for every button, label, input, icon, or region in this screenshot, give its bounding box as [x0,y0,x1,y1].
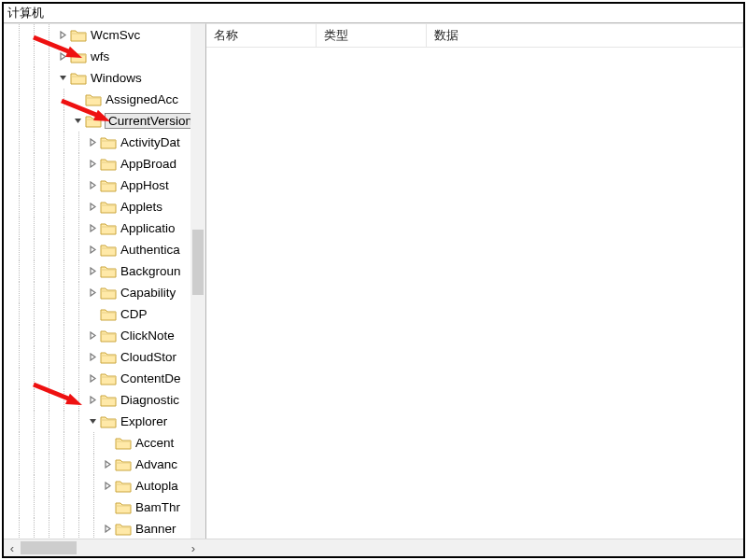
tree-item[interactable]: AppBroad [4,153,205,175]
chevron-right-icon[interactable] [86,158,99,171]
folder-icon [100,393,117,408]
tree-item-label: Banner [135,522,176,536]
folder-icon [100,371,117,386]
tree-item[interactable]: CurrentVersion [4,110,205,132]
tree-item-label: wfs [91,49,109,63]
chevron-right-icon[interactable] [86,372,99,385]
chevron-right-icon[interactable] [86,179,99,192]
values-pane[interactable]: 名称 类型 数据 [206,23,743,539]
chevron-right-icon[interactable] [86,265,99,278]
chevron-right-icon[interactable] [101,458,114,471]
tree-item[interactable]: ContentDe [4,368,205,389]
folder-icon [115,500,132,515]
tree-item[interactable]: Autopla [4,475,205,497]
folder-icon [115,522,132,537]
folder-icon [100,286,117,301]
tree-item-label: Applets [120,200,162,214]
tree-pane[interactable]: WcmSvcwfsWindowsAssignedAccCurrentVersio… [4,23,206,539]
tree-item[interactable]: ClickNote [4,325,205,346]
folder-icon [100,178,117,193]
folder-icon [100,243,117,258]
tree-item[interactable]: Capability [4,282,205,303]
folder-icon [100,221,117,236]
tree-item[interactable]: CDP [4,303,205,325]
tree-item[interactable]: Explorer [4,411,205,432]
chevron-right-icon[interactable] [86,136,99,149]
window-frame: 计算机 WcmSvcwfsWindowsAssignedAccCurrentVe… [2,2,745,558]
tree-item-label: CurrentVersion [105,113,196,129]
folder-icon [100,157,117,172]
tree-item-label: CloudStor [120,350,176,364]
chevron-right-icon[interactable] [86,244,99,257]
tree-item[interactable]: Advanc [4,454,205,475]
chevron-down-icon[interactable] [71,115,84,128]
tree-item-label: BamThr [135,500,180,514]
tree-item[interactable]: Banner [4,518,205,539]
folder-icon [100,307,117,322]
folder-icon [100,264,117,279]
column-header-type[interactable]: 类型 [317,24,427,47]
tree-vertical-scrollbar[interactable] [190,24,205,539]
tree-item-label: WcmSvc [91,28,140,42]
tree-item[interactable]: Applicatio [4,217,205,239]
address-text: 计算机 [7,6,44,20]
tree-item[interactable]: Diagnostic [4,389,205,411]
chevron-right-icon[interactable] [101,480,114,493]
tree-item[interactable]: wfs [4,46,205,67]
tree-item[interactable]: AppHost [4,175,205,196]
tree-item[interactable]: Windows [4,67,205,89]
chevron-right-icon[interactable] [86,394,99,407]
body-area: WcmSvcwfsWindowsAssignedAccCurrentVersio… [4,23,743,556]
folder-icon [70,71,87,86]
tree-item-label: AppHost [120,178,169,192]
chevron-right-icon[interactable] [86,222,99,235]
folder-icon [100,329,117,343]
tree-vertical-scroll-thumb[interactable] [192,230,204,295]
column-header-name[interactable]: 名称 [206,24,317,47]
hscroll-left-arrow-icon[interactable]: ‹ [4,539,21,556]
column-header-data[interactable]: 数据 [427,24,743,47]
folder-icon [115,457,132,472]
expander-placeholder [86,308,99,321]
hscroll-right-arrow-icon[interactable]: › [185,539,202,556]
chevron-right-icon[interactable] [86,201,99,214]
column-headers: 名称 类型 数据 [206,24,743,48]
tree-root: WcmSvcwfsWindowsAssignedAccCurrentVersio… [4,24,205,539]
expander-placeholder [101,501,114,514]
tree-horizontal-scroll-thumb[interactable] [21,541,77,554]
tree-item-label: Capability [120,286,176,300]
tree-item[interactable]: BamThr [4,497,205,518]
chevron-right-icon[interactable] [86,329,99,343]
tree-item[interactable]: WcmSvc [4,24,205,46]
tree-item-label: Autopla [135,479,178,493]
tree-item[interactable]: Authentica [4,239,205,260]
tree-item-label: AppBroad [120,157,176,171]
chevron-down-icon[interactable] [86,415,99,428]
tree-item-label: AssignedAcc [106,92,178,106]
expander-placeholder [101,437,114,450]
folder-icon [100,414,117,429]
tree-item[interactable]: Applets [4,196,205,217]
tree-item[interactable]: AssignedAcc [4,89,205,110]
folder-icon [100,350,117,365]
tree-item[interactable]: Accent [4,432,205,454]
tree-item-label: Authentica [120,243,180,257]
chevron-right-icon[interactable] [101,523,114,536]
tree-horizontal-scrollbar[interactable]: ‹ › [4,539,743,556]
tree-item-label: Windows [91,71,142,85]
chevron-right-icon[interactable] [56,50,69,63]
chevron-down-icon[interactable] [56,72,69,85]
address-bar: 计算机 [4,4,743,23]
chevron-right-icon[interactable] [86,287,99,300]
folder-icon [70,49,87,64]
chevron-right-icon[interactable] [56,29,69,42]
tree-item-label: Accent [135,436,174,450]
chevron-right-icon[interactable] [86,351,99,364]
tree-item[interactable]: CloudStor [4,346,205,368]
tree-item[interactable]: ActivityDat [4,132,205,153]
tree-item-label: ActivityDat [120,135,180,149]
folder-icon [100,135,117,150]
tree-item[interactable]: Backgroun [4,260,205,282]
tree-item-label: ContentDe [120,371,181,385]
folder-icon [85,114,102,129]
